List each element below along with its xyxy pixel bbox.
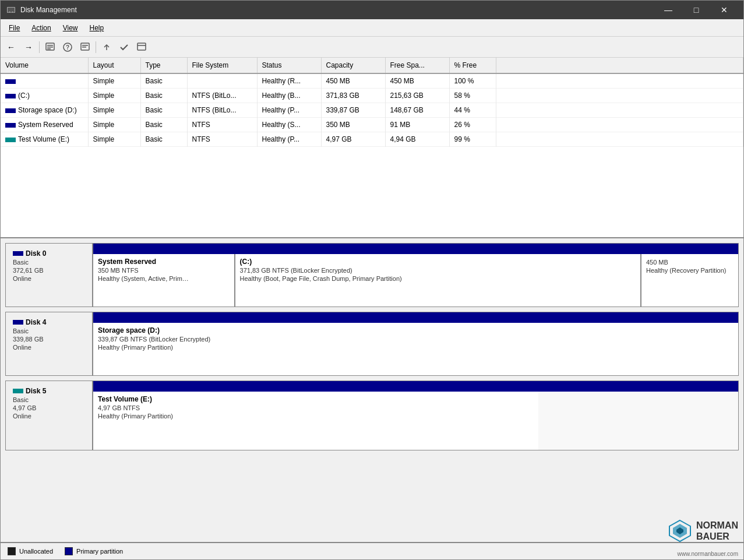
partition-name: Test Volume (E:) (98, 395, 534, 403)
table-row[interactable]: Test Volume (E:)SimpleBasicNTFSHealthy (… (1, 132, 743, 147)
title-bar: Disk Management — □ ✕ (1, 1, 743, 19)
brand-url: www.normanbauer.com (678, 551, 739, 557)
disk-4-label: Disk 4 Basic 339,88 GB Online (6, 312, 93, 375)
svg-rect-13 (82, 47, 86, 48)
close-button[interactable]: ✕ (711, 1, 738, 19)
partition-status: Healthy (Boot, Page File, Crash Dump, Pr… (240, 275, 636, 282)
disk-0-status: Online (13, 275, 85, 282)
col-status: Status (257, 58, 321, 73)
disk-4-type: Basic (13, 327, 85, 334)
back-button[interactable]: ← (3, 40, 19, 55)
disk-5-partition-0[interactable]: Test Volume (E:) 4,97 GB NTFS Healthy (P… (93, 392, 538, 450)
col-type: Type (140, 58, 187, 73)
disk-0-partition-1[interactable]: (C:) 371,83 GB NTFS (BitLocker Encrypted… (235, 254, 641, 307)
disk-5-icon (13, 389, 23, 393)
main-window: Disk Management — □ ✕ File Action View H… (0, 0, 744, 560)
partition-status: Healthy (Primary Partition) (98, 344, 734, 351)
col-layout: Layout (88, 58, 140, 73)
drive-icon (5, 108, 16, 113)
col-capacity: Capacity (321, 58, 385, 73)
volume-table-container: Volume Layout Type File System Status Ca… (1, 58, 743, 238)
disk-5-name: Disk 5 (13, 387, 85, 395)
drive-icon (5, 94, 16, 98)
drive-icon (5, 123, 16, 128)
svg-rect-6 (47, 45, 53, 46)
disk-5-row: Disk 5 Basic 4,97 GB Online Test Volume … (5, 381, 739, 450)
disk-0-partition-0[interactable]: System Reserved 350 MB NTFS Healthy (Sys… (93, 254, 235, 307)
drive-icon (5, 79, 16, 84)
show-hide-console-button[interactable] (42, 40, 58, 55)
table-row[interactable]: System ReservedSimpleBasicNTFSHealthy (S… (1, 118, 743, 132)
disk-5-parts-row: Test Volume (E:) 4,97 GB NTFS Healthy (P… (93, 392, 738, 450)
partition-detail: 339,87 GB NTFS (BitLocker Encrypted) (98, 336, 734, 343)
disk-4-name: Disk 4 (13, 318, 85, 326)
col-free: Free Spa... (385, 58, 449, 73)
connect-button[interactable] (98, 40, 115, 55)
disk-0-size: 372,61 GB (13, 267, 85, 274)
disk-0-type: Basic (13, 259, 85, 266)
check-button[interactable] (116, 40, 132, 55)
menu-file[interactable]: File (3, 22, 26, 34)
branding: NORMAN BAUER (668, 519, 738, 543)
menu-action[interactable]: Action (26, 22, 57, 34)
disk-5-size: 4,97 GB (13, 404, 85, 411)
legend-primary-label: Primary partition (76, 548, 123, 555)
partition-detail: 4,97 GB NTFS (98, 404, 534, 411)
disk-5-status: Online (13, 413, 85, 420)
legend-primary: Primary partition (65, 547, 123, 555)
partition-detail: 450 MB (646, 259, 734, 266)
refresh-button[interactable] (133, 40, 150, 55)
brand-text: NORMAN BAUER (696, 520, 738, 542)
disk-4-row: Disk 4 Basic 339,88 GB Online Storage sp… (5, 312, 739, 376)
partition-status: Healthy (Recovery Partition) (646, 267, 734, 274)
disk-5-label: Disk 5 Basic 4,97 GB Online (6, 381, 93, 450)
legend-unallocated-label: Unallocated (19, 548, 53, 555)
svg-rect-8 (47, 48, 51, 50)
svg-rect-14 (137, 43, 146, 50)
menu-help[interactable]: Help (84, 22, 110, 34)
disk-0-icon (13, 251, 23, 256)
properties-button[interactable] (77, 40, 93, 55)
minimize-button[interactable]: — (655, 1, 682, 19)
partition-name: System Reserved (98, 258, 230, 266)
window-title: Disk Management (20, 6, 655, 14)
forward-button[interactable]: → (20, 40, 37, 55)
menu-view[interactable]: View (57, 22, 84, 34)
table-row[interactable]: (C:)SimpleBasicNTFS (BitLo...Healthy (B.… (1, 89, 743, 103)
disk-4-icon (13, 320, 23, 325)
disk-0-row: Disk 0 Basic 372,61 GB Online System Res… (5, 243, 739, 307)
partition-name: Storage space (D:) (98, 326, 734, 334)
svg-rect-1 (8, 8, 15, 12)
toolbar-sep2 (96, 41, 96, 53)
legend-unallocated: Unallocated (8, 547, 53, 555)
col-extra (496, 58, 743, 73)
maximize-button[interactable]: □ (683, 1, 710, 19)
toolbar-sep1 (39, 41, 40, 53)
disk-4-header-bar (93, 312, 738, 323)
table-row[interactable]: SimpleBasicHealthy (R...450 MB450 MB100 … (1, 73, 743, 89)
drive-icon (5, 138, 16, 142)
legend-unallocated-box (8, 547, 16, 555)
help-button[interactable]: ? (59, 40, 76, 55)
disk-4-partition-0[interactable]: Storage space (D:) 339,87 GB NTFS (BitLo… (93, 323, 738, 375)
partition-detail: 350 MB NTFS (98, 267, 230, 274)
disk-5-header-bar (93, 381, 738, 392)
svg-rect-7 (47, 47, 53, 48)
disk-0-partitions: System Reserved 350 MB NTFS Healthy (Sys… (93, 244, 738, 307)
col-pct: % Free (449, 58, 496, 73)
footer-legend: Unallocated Primary partition (1, 542, 743, 559)
content-area: Volume Layout Type File System Status Ca… (1, 58, 743, 542)
partition-name: (C:) (240, 258, 636, 266)
table-row[interactable]: Storage space (D:)SimpleBasicNTFS (BitLo… (1, 103, 743, 118)
col-fs: File System (187, 58, 257, 73)
disk-0-name: Disk 0 (13, 249, 85, 258)
volume-table: Volume Layout Type File System Status Ca… (1, 58, 743, 147)
partition-detail: 371,83 GB NTFS (BitLocker Encrypted) (240, 267, 636, 274)
disk-0-partition-2[interactable]: 450 MB Healthy (Recovery Partition) (641, 254, 738, 307)
disk-5-partitions: Test Volume (E:) 4,97 GB NTFS Healthy (P… (93, 381, 738, 450)
svg-rect-12 (82, 45, 88, 46)
svg-rect-4 (8, 12, 14, 13)
partition-status: Healthy (System, Active, Prim… (98, 275, 230, 282)
app-icon (6, 5, 16, 15)
disk-0-parts-row: System Reserved 350 MB NTFS Healthy (Sys… (93, 254, 738, 307)
